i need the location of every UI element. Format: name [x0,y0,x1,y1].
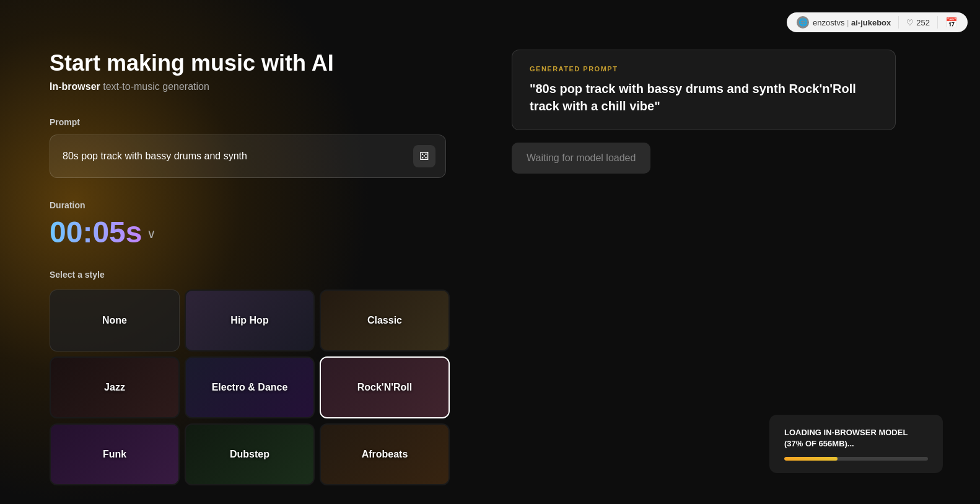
style-label-electro-dance: Electro & Dance [212,382,288,393]
calendar-icon[interactable]: 📅 [945,17,958,29]
generated-prompt-box: GENERATED PROMPT "80s pop track with bas… [512,50,896,130]
duration-label: Duration [50,200,450,210]
style-section-label: Select a style [50,270,450,280]
style-label-hip-hop: Hip Hop [230,315,268,326]
style-label-afrobeats: Afrobeats [362,449,408,460]
prompt-container: ⚄ [50,135,446,178]
page-title: Start making music with AI [50,50,450,76]
style-card-none[interactable]: None [50,290,180,351]
prompt-input[interactable] [63,151,413,162]
generated-prompt-text: "80s pop track with bassy drums and synt… [530,80,878,115]
style-label-rocknroll: Rock'N'Roll [357,382,413,393]
style-label-jazz: Jazz [104,382,125,393]
avatar: 🌐 [797,16,809,29]
header-bar: 🌐 enzostvs | ai-jukebox ♡ 252 📅 [787,12,968,32]
style-card-funk[interactable]: Funk [50,423,180,485]
generated-prompt-label: GENERATED PROMPT [530,65,878,73]
duration-section: Duration 00:05s ∨ [50,200,450,247]
style-label-classic: Classic [367,315,402,326]
style-card-rocknroll[interactable]: Rock'N'Roll [320,356,450,418]
style-label-dubstep: Dubstep [230,449,269,460]
style-card-jazz[interactable]: Jazz [50,356,180,418]
left-panel: Start making music with AI In-browser te… [0,0,487,504]
style-card-dubstep[interactable]: Dubstep [185,423,315,485]
username: enzostvs | ai-jukebox [813,18,891,27]
style-card-classic[interactable]: Classic [320,290,450,351]
dice-button[interactable]: ⚄ [413,145,435,167]
style-card-afrobeats[interactable]: Afrobeats [320,423,450,485]
user-info: 🌐 enzostvs | ai-jukebox [797,16,891,29]
prompt-label: Prompt [50,117,450,127]
style-grid: None Hip Hop Classic Jazz Electro & Danc… [50,290,450,485]
page-subtitle: In-browser text-to-music generation [50,81,450,92]
duration-display: 00:05s ∨ [50,218,450,247]
divider2 [937,16,938,29]
like-count: ♡ 252 [906,18,930,27]
style-label-funk: Funk [103,449,126,460]
heart-icon: ♡ [906,18,914,27]
right-panel: GENERATED PROMPT "80s pop track with bas… [487,0,980,504]
chevron-down-icon[interactable]: ∨ [147,226,156,241]
divider [898,16,899,29]
style-card-electro-dance[interactable]: Electro & Dance [185,356,315,418]
duration-value: 00:05s [50,218,142,247]
waiting-button[interactable]: Waiting for model loaded [512,143,650,174]
style-card-hip-hop[interactable]: Hip Hop [185,290,315,351]
style-label-none: None [102,315,127,326]
like-count-value: 252 [916,18,930,27]
